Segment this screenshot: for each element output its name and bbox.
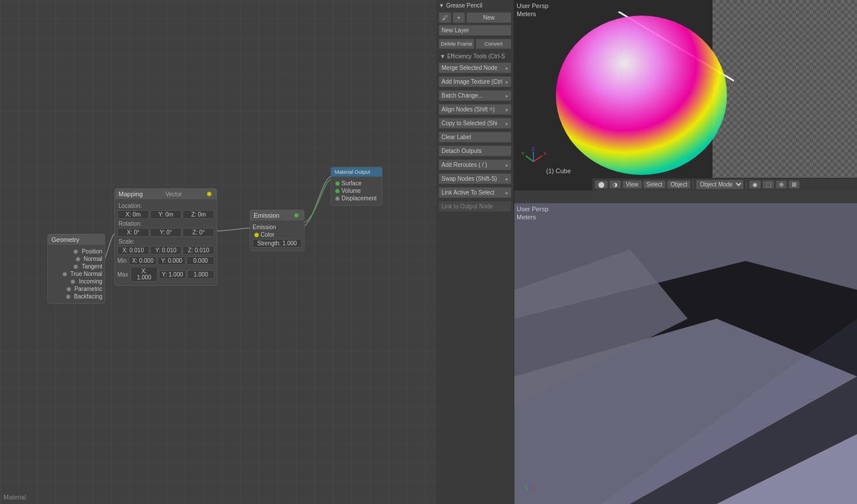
scale-z-field[interactable]: Z: 0.010: [183, 246, 214, 255]
add-reroutes-btn[interactable]: Add Reroutes ( / ) ▸: [439, 159, 511, 170]
min-x-field[interactable]: X: 0.000: [129, 256, 157, 265]
link-to-output-node-btn[interactable]: Link to Output Node: [439, 201, 511, 212]
wireframe-btn[interactable]: ⬚: [762, 180, 774, 189]
mapping-node[interactable]: Mapping Vector Location: X: 0m Y: 0m Z: …: [114, 188, 217, 286]
normal-socket[interactable]: [76, 257, 80, 262]
scale-x-field[interactable]: X: 0.010: [117, 246, 149, 255]
geometry-node[interactable]: Geometry Position Normal Tangent True No…: [47, 234, 105, 304]
checker-bg: [713, 0, 857, 191]
grease-pencil-add-btn[interactable]: +: [452, 12, 465, 23]
render-mode-btn[interactable]: ◉: [749, 180, 761, 189]
true-normal-socket[interactable]: [62, 272, 67, 277]
svg-line-16: [529, 486, 534, 490]
rot-y-field[interactable]: Y: 0°: [150, 228, 182, 237]
xray-btn[interactable]: ⊠: [788, 180, 800, 189]
svg-text:X: X: [543, 151, 547, 156]
object-mode-select[interactable]: Object Mode: [696, 180, 744, 189]
align-nodes-btn[interactable]: Align Nodes (Shift =) ▸: [439, 104, 511, 115]
bottom-units-label: Meters: [517, 214, 536, 221]
swap-nodes-btn[interactable]: Swap Nodes (Shift-S) ▸: [439, 173, 511, 184]
right-panel: ▼ Grease Pencil 🖊 + New New Layer Delete…: [436, 0, 857, 504]
viewport-canvas: X Y Z User Persp Meters (1) Cube: [514, 0, 857, 191]
frame-convert-row: Delete Frame Convert: [439, 39, 511, 49]
volume-in-socket[interactable]: [335, 189, 340, 193]
solid-mode-btn[interactable]: ◑: [609, 180, 621, 189]
material-output-header: Material Output: [331, 167, 382, 177]
max-z-field[interactable]: 1.000: [187, 270, 214, 279]
tangent-socket[interactable]: [73, 264, 78, 269]
min-z-field[interactable]: 0.000: [187, 256, 214, 265]
camera-mode-btn[interactable]: ⬤: [595, 180, 608, 189]
add-image-texture-btn[interactable]: Add Image Texture (Ctrl ▸: [439, 76, 511, 87]
link-active-to-select-btn[interactable]: Link Active To Select ▸: [439, 187, 511, 198]
socket-normal: Normal: [50, 256, 102, 262]
link-active-arrow-icon: ▸: [506, 190, 509, 196]
backfacing-socket[interactable]: [66, 294, 71, 299]
svg-line-17: [524, 486, 529, 490]
parametric-socket[interactable]: [66, 287, 71, 292]
socket-tangent: Tangent: [50, 263, 102, 270]
svg-point-2: [556, 16, 727, 175]
loc-z-field[interactable]: Z: 0m: [183, 210, 214, 219]
merge-selected-btn[interactable]: Merge Selected Node ▸: [439, 62, 511, 73]
bottom-viewport-canvas: User Persp Meters: [514, 203, 857, 504]
max-row: Max X: 1.000 Y: 1.000 1.000: [117, 266, 214, 282]
copy-to-selected-btn[interactable]: Copy to Selected (Shi ▸: [439, 118, 511, 129]
convert-btn[interactable]: Convert: [476, 39, 511, 49]
grease-pencil-icon-btn[interactable]: 🖊: [439, 12, 451, 23]
clear-label-btn[interactable]: Clear Label: [439, 132, 511, 143]
incoming-socket[interactable]: [71, 279, 75, 284]
toolbar-sep-2: [746, 181, 747, 189]
position-socket[interactable]: [73, 249, 78, 254]
overlay-btn[interactable]: ⊕: [776, 180, 787, 189]
svg-line-5: [526, 156, 533, 162]
loc-y-field[interactable]: Y: 0m: [150, 210, 182, 219]
axis-gizmo-top: X Y Z: [519, 147, 548, 176]
batch-change-btn[interactable]: Batch Change... ▸: [439, 90, 511, 101]
copy-arrow-icon: ▸: [506, 121, 509, 126]
material-output-body: Surface Volume Displacement: [331, 177, 382, 205]
min-y-field[interactable]: Y: 0.000: [158, 256, 186, 265]
cube-label: (1) Cube: [546, 167, 571, 174]
emission-output-socket[interactable]: [294, 213, 299, 218]
scale-y-field[interactable]: Y: 0.010: [150, 246, 182, 255]
bottom-persp-label: User Persp: [517, 206, 548, 212]
geometry-node-header: Geometry: [48, 234, 105, 245]
material-output-node[interactable]: Material Output Surface Volume Displacem…: [331, 167, 383, 206]
displacement-in-socket[interactable]: [335, 196, 340, 201]
toolbar-sep-1: [693, 181, 693, 189]
socket-backfacing: Backfacing: [50, 293, 102, 300]
emission-title-row: Emission: [253, 224, 302, 230]
view-btn[interactable]: View: [622, 180, 642, 189]
grease-pencil-new-row: 🖊 + New: [439, 12, 511, 23]
reroutes-arrow-icon: ▸: [506, 162, 509, 168]
object-btn[interactable]: Object: [667, 180, 691, 189]
axis-gizmo-bottom: [520, 481, 537, 498]
emission-node[interactable]: Emission Emission Color Strength: 1.000: [250, 210, 305, 251]
delete-frame-btn[interactable]: Delete Frame: [439, 39, 474, 49]
svg-line-3: [533, 156, 542, 162]
viewport-3d-top: X Y Z User Persp Meters (1) Cube ⬤ ◑ Vie…: [514, 0, 857, 191]
max-y-field[interactable]: Y: 1.000: [159, 270, 186, 279]
strength-field[interactable]: Strength: 1.000: [253, 239, 302, 248]
svg-text:Y: Y: [521, 151, 525, 156]
surface-in-socket[interactable]: [335, 181, 340, 186]
new-layer-btn[interactable]: New Layer: [439, 25, 511, 36]
grease-pencil-new-btn[interactable]: New: [466, 12, 511, 23]
displacement-socket-row: Displacement: [333, 195, 380, 201]
color-in-socket[interactable]: [254, 233, 259, 237]
rotation-fields: X: 0° Y: 0° Z: 0°: [117, 227, 214, 237]
rot-x-field[interactable]: X: 0°: [117, 228, 149, 237]
viewport-units-label: Meters: [517, 10, 536, 17]
max-x-field[interactable]: X: 1.000: [131, 267, 158, 282]
socket-true-normal: True Normal: [50, 271, 102, 277]
node-editor: Geometry Position Normal Tangent True No…: [0, 0, 436, 504]
select-btn[interactable]: Select: [643, 180, 666, 189]
loc-x-field[interactable]: X: 0m: [117, 210, 149, 219]
rot-z-field[interactable]: Z: 0°: [183, 228, 214, 237]
surface-socket-row: Surface: [333, 180, 380, 186]
mapping-output-socket[interactable]: [207, 192, 212, 196]
detach-outputs-btn[interactable]: Detach Outputs: [439, 145, 511, 156]
location-fields: X: 0m Y: 0m Z: 0m: [117, 210, 214, 219]
mapping-node-body: Location: X: 0m Y: 0m Z: 0m Rotation: X:…: [115, 199, 217, 285]
